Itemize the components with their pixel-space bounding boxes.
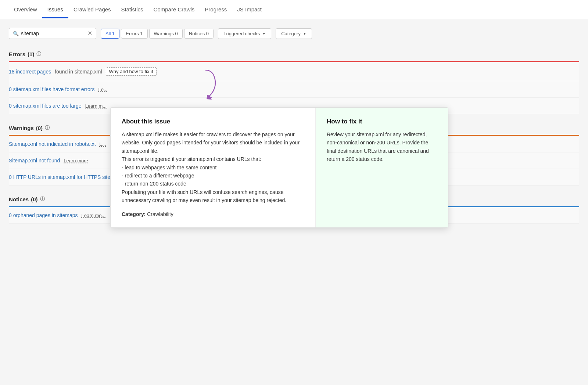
notices-count: (0) — [31, 196, 37, 202]
warnings-count: (0) — [36, 125, 43, 131]
search-input[interactable] — [21, 30, 85, 36]
warning-link-3[interactable]: 0 HTTP URLs in sitemap.xml for HTTPS sit… — [9, 174, 110, 180]
notices-title: Notices — [9, 196, 29, 202]
nav-overview[interactable]: Overview — [9, 0, 42, 18]
tooltip-fix-title: How to fix it — [327, 118, 437, 125]
nav-statistics[interactable]: Statistics — [116, 0, 148, 18]
curved-arrow — [184, 68, 228, 110]
filter-bar: 🔍 ✕ All 1 Errors 1 Warnings 0 Notices 0 … — [9, 28, 579, 39]
notice-link-1[interactable]: 0 orphaned pages in sitemaps — [9, 212, 78, 218]
tooltip-about-title: About this issue — [122, 118, 304, 125]
tooltip-about-body: A sitemap.xml file makes it easier for c… — [122, 130, 304, 205]
nav-crawled-pages[interactable]: Crawled Pages — [68, 0, 116, 18]
nav-issues[interactable]: Issues — [42, 0, 68, 18]
learn-more-3[interactable]: Learn m... — [85, 103, 107, 109]
search-box: 🔍 ✕ — [9, 28, 96, 39]
clear-search-button[interactable]: ✕ — [87, 30, 92, 36]
top-navigation: Overview Issues Crawled Pages Statistics… — [0, 0, 588, 19]
category-dropdown[interactable]: Category ▼ — [276, 28, 312, 39]
error-row-1: 18 incorrect pages found in sitemap.xml … — [9, 62, 579, 81]
nav-progress[interactable]: Progress — [200, 0, 232, 18]
tooltip-about-panel: About this issue A sitemap.xml file make… — [111, 108, 316, 227]
warning-link-1[interactable]: Sitemap.xml not indicated in robots.txt — [9, 141, 96, 147]
learn-more-w2[interactable]: Learn more — [64, 158, 88, 163]
pill-notices[interactable]: Notices 0 — [184, 29, 214, 39]
search-icon: 🔍 — [13, 31, 19, 36]
tooltip-fix-body: Review your sitemap.xml for any redirect… — [327, 130, 437, 163]
warnings-info-icon[interactable]: ⓘ — [45, 125, 50, 131]
main-content: 🔍 ✕ All 1 Errors 1 Warnings 0 Notices 0 … — [0, 19, 588, 385]
errors-info-icon[interactable]: ⓘ — [36, 51, 41, 57]
warnings-title: Warnings — [9, 125, 34, 131]
errors-header: Errors (1) ⓘ — [9, 48, 579, 61]
pill-warnings[interactable]: Warnings 0 — [149, 29, 183, 39]
error-row-2: 0 sitemap.xml files have format errors L… — [9, 81, 579, 98]
tooltip-popup: About this issue A sitemap.xml file make… — [110, 107, 448, 228]
pill-errors[interactable]: Errors 1 — [121, 29, 147, 39]
tooltip-category: Category: Crawlability — [122, 211, 304, 217]
chevron-down-icon: ▼ — [303, 32, 306, 36]
triggered-checks-dropdown[interactable]: Triggered checks ▼ — [218, 28, 271, 39]
errors-count: (1) — [28, 51, 34, 57]
errors-section: Errors (1) ⓘ 18 incorrect pages found in… — [9, 48, 579, 114]
nav-compare-crawls[interactable]: Compare Crawls — [148, 0, 200, 18]
errors-title: Errors — [9, 51, 25, 57]
error-link-3[interactable]: 0 sitemap.xml files are too large — [9, 103, 82, 109]
learn-more-w1[interactable]: L... — [100, 141, 106, 147]
error-link-1[interactable]: 18 incorrect pages — [9, 69, 51, 75]
learn-more-2[interactable]: Le... — [98, 87, 107, 92]
tooltip-fix-panel: How to fix it Review your sitemap.xml fo… — [316, 108, 448, 227]
learn-more-n1[interactable]: Learn mo... — [82, 213, 106, 218]
pill-all[interactable]: All 1 — [101, 29, 119, 39]
why-fix-button[interactable]: Why and how to fix it — [106, 67, 157, 76]
nav-js-impact[interactable]: JS Impact — [232, 0, 267, 18]
notices-info-icon[interactable]: ⓘ — [40, 196, 45, 202]
warning-link-2[interactable]: Sitemap.xml not found — [9, 158, 60, 163]
filter-pills: All 1 Errors 1 Warnings 0 Notices 0 — [101, 29, 214, 39]
error-link-2[interactable]: 0 sitemap.xml files have format errors — [9, 86, 94, 92]
chevron-down-icon: ▼ — [262, 32, 266, 36]
error-text-1: found in sitemap.xml — [55, 69, 102, 75]
